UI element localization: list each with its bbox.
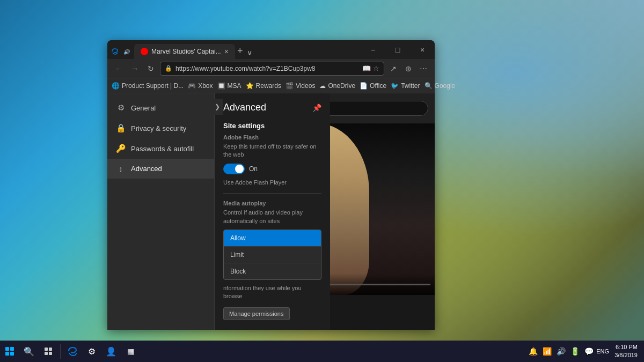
settings-item-privacy[interactable]: 🔒 Privacy & security <box>107 118 214 138</box>
url-action-icons: 📖 ☆ <box>362 64 379 72</box>
network-icon[interactable]: 📶 <box>540 341 553 362</box>
taskbar-separator-1 <box>60 344 61 359</box>
more-tabs-button[interactable]: ∨ <box>245 48 254 59</box>
cookies-desc: nformation they use while you browse <box>223 284 321 301</box>
dropdown-option-limit[interactable]: Limit <box>224 247 321 263</box>
tab-bar: 🔊 Marvel Studios' Captai... × + ∨ − □ × <box>107 40 435 59</box>
dropdown-option-block[interactable]: Block <box>224 263 321 279</box>
settings-item-general[interactable]: ⚙ General <box>107 98 214 118</box>
svg-rect-3 <box>49 352 52 355</box>
favorites-item-onedrive[interactable]: ☁ OneDrive <box>319 82 355 90</box>
advanced-panel-header: Advanced 📌 <box>223 102 321 113</box>
browser-window: 🔊 Marvel Studios' Captai... × + ∨ − □ × … <box>107 40 435 330</box>
adobe-flash-desc: Keep this turned off to stay safer on th… <box>223 143 321 159</box>
collections-button[interactable]: ⊕ <box>401 62 415 76</box>
minimize-button[interactable]: − <box>361 40 385 59</box>
svg-rect-2 <box>45 352 48 355</box>
settings-sidebar: ❯ ⚙ General 🔒 Privacy & security 🔑 Passw… <box>107 93 215 330</box>
adobe-flash-title: Adobe Flash <box>223 134 321 141</box>
tab-close-button[interactable]: × <box>224 47 229 56</box>
settings-expand-button[interactable]: ❯ <box>212 99 223 115</box>
settings-menu-button[interactable]: ⋯ <box>416 62 430 76</box>
taskbar: 🔍 ⚙ 👤 ▦ 🔔 📶 🔊 🔋 💬 ENG <box>0 341 644 362</box>
favorites-item-product-support[interactable]: 🌐 Product Support | D... <box>112 82 184 90</box>
back-button[interactable]: ← <box>112 62 126 76</box>
browser-content: ☰ YouTube Search ▶ ⏭ 🔊 <box>107 93 435 330</box>
read-mode-icon[interactable]: 📖 <box>362 64 371 72</box>
favorites-item-msa[interactable]: 🔲 MSA <box>217 82 241 90</box>
twitter-icon: 🐦 <box>391 82 399 90</box>
new-tab-button[interactable]: + <box>235 46 245 59</box>
task-view-button[interactable] <box>39 341 58 362</box>
people-taskbar-icon[interactable]: 👤 <box>101 341 121 362</box>
settings-item-passwords-label: Passwords & autofill <box>131 145 194 153</box>
favorites-bar: 🌐 Product Support | D... 🎮 Xbox 🔲 MSA ⭐ … <box>107 78 435 93</box>
action-center-icon[interactable]: 💬 <box>582 341 595 362</box>
svg-rect-1 <box>49 348 52 351</box>
url-text: https://www.youtube.com/watch?v=Z1BCup3p… <box>175 65 359 72</box>
favorites-item-twitter[interactable]: 🐦 Twitter <box>391 82 420 90</box>
favorites-item-xbox[interactable]: 🎮 Xbox <box>188 82 213 90</box>
settings-item-passwords[interactable]: 🔑 Passwords & autofill <box>107 138 214 159</box>
advanced-pin-button[interactable]: 📌 <box>312 104 321 112</box>
favorites-item-google[interactable]: 🔍 Google <box>425 82 456 90</box>
active-tab[interactable]: Marvel Studios' Captai... × <box>134 44 235 59</box>
advanced-title: Advanced <box>223 102 266 113</box>
use-flash-toggle[interactable] <box>223 164 245 174</box>
advanced-panel: Advanced 📌 Site settings Adobe Flash Kee… <box>215 93 330 330</box>
settings-menu: ⚙ General 🔒 Privacy & security 🔑 Passwor… <box>107 93 214 183</box>
advanced-icon: ↕ <box>116 164 126 173</box>
office-icon: 📄 <box>360 82 368 90</box>
settings-item-advanced[interactable]: ↕ Advanced <box>107 159 214 179</box>
site-settings-title: Site settings <box>223 122 321 130</box>
favorites-icon[interactable]: ☆ <box>373 64 379 72</box>
svg-rect-0 <box>45 348 48 351</box>
taskbar-time[interactable]: 6:10 PM 3/8/2019 <box>610 341 642 362</box>
onedrive-icon: ☁ <box>319 82 326 90</box>
section-divider-1 <box>223 193 321 194</box>
address-bar: ← → ↻ 🔒 https://www.youtube.com/watch?v=… <box>107 59 435 78</box>
tab-sound-icon: 🔊 <box>121 46 132 57</box>
volume-taskbar-icon[interactable]: 🔊 <box>554 341 567 362</box>
apps-taskbar-icon[interactable]: ▦ <box>121 341 140 362</box>
maximize-button[interactable]: □ <box>385 40 410 59</box>
favorites-item-office[interactable]: 📄 Office <box>360 82 386 90</box>
manage-permissions-button[interactable]: Manage permissions <box>223 307 290 320</box>
settings-item-general-label: General <box>131 104 156 112</box>
dropdown-option-allow[interactable]: Allow <box>224 230 321 247</box>
general-icon: ⚙ <box>116 103 126 113</box>
notification-icon[interactable]: 🔔 <box>526 341 539 362</box>
language-indicator[interactable]: ENG <box>596 341 609 362</box>
tab-title: Marvel Studios' Captai... <box>151 48 221 55</box>
start-button[interactable] <box>0 341 19 362</box>
tab-controls-left: 🔊 <box>109 46 132 59</box>
videos-icon: 🎬 <box>286 82 294 90</box>
msa-icon: 🔲 <box>217 82 225 90</box>
browser-actions: ↗ ⊕ ⋯ <box>386 62 430 76</box>
forward-button[interactable]: → <box>128 62 142 76</box>
search-button[interactable]: 🔍 <box>19 341 39 362</box>
edge-taskbar-icon[interactable] <box>63 341 82 362</box>
toggle-on-label: On <box>249 165 258 173</box>
close-button[interactable]: × <box>410 40 435 59</box>
settings-item-privacy-label: Privacy & security <box>131 124 186 132</box>
media-autoplay-desc: Control if audio and video play automati… <box>223 209 321 225</box>
autoplay-dropdown[interactable]: Allow Limit Block <box>223 230 321 280</box>
tab-favicon <box>141 48 148 55</box>
xbox-icon: 🎮 <box>188 82 196 90</box>
passwords-icon: 🔑 <box>116 144 126 153</box>
settings-taskbar-icon[interactable]: ⚙ <box>82 341 101 362</box>
share-button[interactable]: ↗ <box>386 62 400 76</box>
product-support-icon: 🌐 <box>112 82 120 90</box>
refresh-button[interactable]: ↻ <box>144 62 158 76</box>
favorites-item-rewards[interactable]: ⭐ Rewards <box>246 82 281 90</box>
battery-icon[interactable]: 🔋 <box>568 341 581 362</box>
lock-icon: 🔒 <box>165 65 172 72</box>
favorites-item-videos[interactable]: 🎬 Videos <box>286 82 315 90</box>
use-flash-label: Use Adobe Flash Player <box>223 179 321 187</box>
url-bar[interactable]: 🔒 https://www.youtube.com/watch?v=Z1BCup… <box>160 62 384 76</box>
privacy-icon: 🔒 <box>116 123 126 133</box>
window-controls: − □ × <box>361 40 435 59</box>
taskbar-right: 🔔 📶 🔊 🔋 💬 ENG 6:10 PM 3/8/2019 <box>526 341 644 362</box>
rewards-icon: ⭐ <box>246 82 254 90</box>
